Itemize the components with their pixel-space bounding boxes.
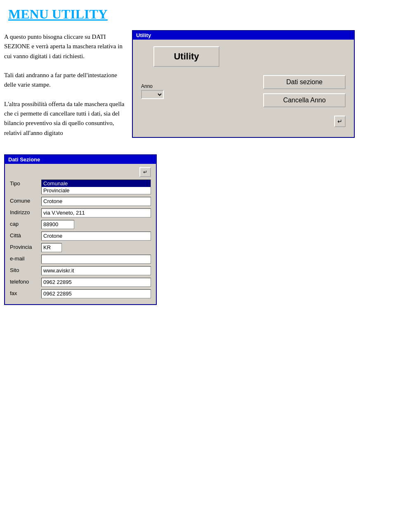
field-row-indirizzo: Indirizzo (10, 208, 151, 218)
input-email[interactable] (41, 255, 151, 264)
input-provincia[interactable] (41, 243, 62, 252)
field-row-comune: Comune (10, 197, 151, 206)
input-fax[interactable] (41, 289, 151, 298)
label-tipo: Tipo (10, 180, 39, 187)
label-cap: cap (10, 220, 39, 227)
field-row-provincia: Provincia (10, 243, 151, 252)
field-row-telefono: telefono (10, 278, 151, 287)
label-sito: Sito (10, 266, 39, 273)
field-row-tipo: Tipo Comunale Provinciale (10, 180, 151, 194)
description-text: A questo punto bisogna cliccare su DATI … (4, 30, 128, 138)
field-row-sito: Sito (10, 266, 151, 275)
page-title: MENU UTILITY (0, 0, 396, 26)
field-row-citta: Città (10, 232, 151, 241)
anno-select[interactable] (141, 90, 164, 99)
input-indirizzo[interactable] (41, 208, 151, 218)
input-citta[interactable] (41, 232, 151, 241)
utility-window-title: Utility (136, 32, 151, 38)
label-email: e-mail (10, 255, 39, 262)
dati-sezione-window-title: Dati Sezione (8, 156, 40, 163)
field-row-cap: cap (10, 220, 151, 229)
tipo-comunale[interactable]: Comunale (42, 180, 151, 187)
dati-sezione-titlebar: Dati Sezione (5, 155, 156, 164)
dati-sezione-close-button[interactable]: ↵ (139, 167, 151, 177)
dati-sezione-close-icon: ↵ (143, 169, 147, 175)
dati-sezione-form: Tipo Comunale Provinciale Comune Indiriz… (10, 180, 151, 298)
utility-window: Utility Utility Anno Dati sezione Cancel… (132, 30, 355, 138)
label-telefono: telefono (10, 278, 39, 285)
field-row-fax: fax (10, 289, 151, 298)
input-comune[interactable] (41, 197, 151, 206)
label-indirizzo: Indirizzo (10, 208, 39, 215)
input-telefono[interactable] (41, 278, 151, 287)
dati-sezione-button[interactable]: Dati sezione (263, 75, 346, 89)
utility-big-button[interactable]: Utility (153, 46, 219, 67)
input-sito[interactable] (41, 266, 151, 275)
tipo-listbox[interactable]: Comunale Provinciale (41, 180, 151, 194)
anno-label: Anno (141, 83, 164, 89)
dati-sezione-window: Dati Sezione ↵ Tipo Comunale Provinciale (4, 154, 157, 305)
utility-close-icon: ↵ (337, 118, 342, 125)
label-citta: Città (10, 232, 39, 239)
input-cap[interactable] (41, 220, 74, 229)
field-row-email: e-mail (10, 255, 151, 264)
tipo-provinciale[interactable]: Provinciale (42, 187, 151, 194)
label-fax: fax (10, 289, 39, 296)
label-comune: Comune (10, 197, 39, 204)
label-provincia: Provincia (10, 243, 39, 250)
cancella-anno-button[interactable]: Cancella Anno (263, 93, 346, 107)
utility-close-button[interactable]: ↵ (334, 116, 346, 127)
utility-window-titlebar: Utility (133, 31, 354, 40)
